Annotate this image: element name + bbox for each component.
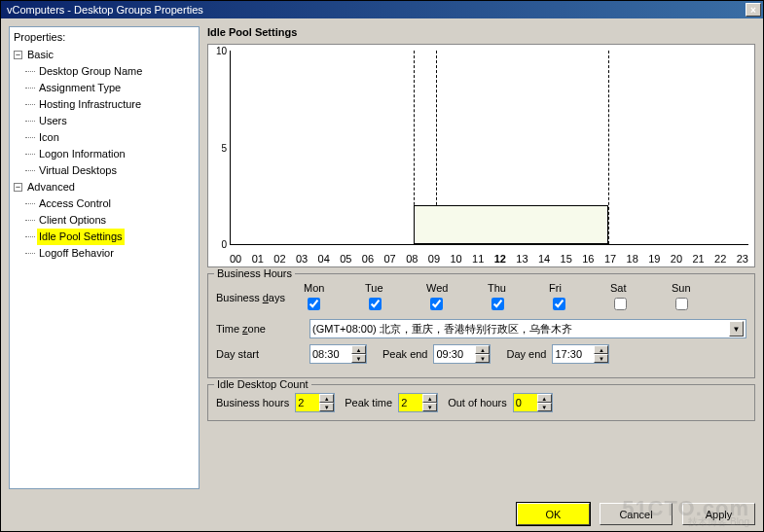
day-checkbox[interactable] [614, 298, 627, 310]
chart-x-tick: 14 [538, 253, 550, 265]
timezone-label: Time zone [216, 323, 304, 335]
day-end-label: Day end [506, 348, 546, 360]
chart-x-tick: 05 [340, 253, 351, 265]
idle-business-hours-spinner[interactable]: ▲▼ [295, 393, 335, 412]
peak-end-spinner[interactable]: ▲▼ [433, 344, 491, 364]
day-start-input[interactable] [310, 345, 351, 363]
chart-bar [414, 205, 608, 244]
idle-pool-chart: 0510 00010203040506070809101112131415161… [207, 44, 755, 267]
tree-item[interactable]: Logon Information [14, 146, 195, 162]
day-column: Mon [304, 282, 365, 313]
stepper-down-icon[interactable]: ▼ [537, 403, 552, 411]
cancel-button[interactable]: Cancel [600, 503, 673, 525]
idle-business-hours-input[interactable] [296, 394, 319, 411]
tree-toggle-icon[interactable]: − [14, 183, 22, 192]
day-checkbox[interactable] [675, 298, 688, 310]
day-checkbox[interactable] [430, 298, 443, 310]
stepper-up-icon[interactable]: ▲ [422, 394, 437, 403]
tree-item[interactable]: Hosting Infrastructure [14, 96, 195, 113]
idle-out-of-hours-label: Out of hours [448, 397, 507, 408]
tree-item-label: Idle Pool Settings [37, 229, 125, 245]
day-end-input[interactable] [553, 345, 594, 363]
day-checkbox[interactable] [369, 298, 382, 310]
day-column: Thu [488, 282, 549, 313]
tree-item[interactable]: Virtual Desktops [14, 162, 195, 179]
tree-item-label: Virtual Desktops [37, 162, 119, 179]
tree-item[interactable]: Logoff Behavior [14, 245, 195, 262]
tree-node-basic[interactable]: − Basic [14, 47, 195, 63]
day-checkbox[interactable] [553, 298, 565, 310]
tree-item[interactable]: Idle Pool Settings [14, 229, 195, 245]
chart-x-tick: 16 [582, 253, 594, 265]
idle-count-legend: Idle Desktop Count [214, 378, 311, 390]
stepper-down-icon[interactable]: ▼ [351, 354, 366, 363]
tree-item-label: Icon [37, 129, 61, 146]
tree-label-basic: Basic [25, 47, 55, 63]
stepper-up-icon[interactable]: ▲ [319, 394, 334, 403]
idle-out-of-hours-spinner[interactable]: ▲▼ [513, 393, 553, 412]
tree-item-label: Assignment Type [37, 80, 123, 96]
day-label: Wed [426, 282, 488, 294]
tree-item[interactable]: Desktop Group Name [14, 63, 195, 80]
tree-item[interactable]: Access Control [14, 195, 195, 212]
chart-x-tick: 07 [383, 253, 395, 265]
close-button[interactable]: × [746, 3, 761, 17]
peak-end-input[interactable] [434, 345, 475, 363]
stepper-up-icon[interactable]: ▲ [475, 345, 490, 354]
business-hours-legend: Business Hours [214, 267, 295, 279]
day-checkbox[interactable] [308, 298, 320, 310]
apply-button[interactable]: Apply [682, 503, 755, 525]
day-label: Sat [610, 282, 672, 294]
chart-x-tick: 06 [362, 253, 374, 265]
chart-x-tick: 19 [648, 253, 660, 265]
window-title: vComputers - Desktop Groups Properties [3, 4, 203, 16]
idle-out-of-hours-input[interactable] [514, 394, 537, 411]
stepper-up-icon[interactable]: ▲ [537, 394, 552, 403]
chart-x-tick: 10 [450, 253, 461, 265]
properties-tree: − Basic Desktop Group NameAssignment Typ… [14, 47, 195, 484]
tree-item[interactable]: Assignment Type [14, 80, 195, 96]
ok-button[interactable]: OK [517, 503, 590, 525]
tree-item-label: Hosting Infrastructure [37, 96, 143, 113]
chart-x-tick: 08 [406, 253, 418, 265]
section-title: Idle Pool Settings [207, 26, 755, 38]
chart-x-tick: 13 [516, 253, 528, 265]
stepper-up-icon[interactable]: ▲ [594, 345, 608, 354]
idle-peak-time-spinner[interactable]: ▲▼ [398, 393, 438, 412]
day-checkbox[interactable] [491, 298, 504, 310]
stepper-up-icon[interactable]: ▲ [351, 345, 366, 354]
day-start-label: Day start [216, 348, 304, 360]
day-label: Thu [488, 282, 549, 294]
day-end-spinner[interactable]: ▲▼ [552, 344, 609, 364]
chart-plot: 0510 [230, 51, 748, 245]
stepper-down-icon[interactable]: ▼ [319, 403, 334, 411]
stepper-down-icon[interactable]: ▼ [594, 354, 608, 363]
day-column: Tue [365, 282, 426, 313]
properties-tree-pane: Properties: − Basic Desktop Group NameAs… [9, 26, 200, 489]
tree-node-advanced[interactable]: − Advanced [14, 179, 195, 195]
tree-item[interactable]: Icon [14, 129, 195, 146]
dialog-window: vComputers - Desktop Groups Properties ×… [0, 0, 764, 532]
timezone-value: (GMT+08:00) 北京，重庆，香港特别行政区，乌鲁木齐 [312, 322, 572, 337]
dialog-body: Properties: − Basic Desktop Group NameAs… [1, 18, 763, 497]
chart-x-tick: 03 [296, 253, 308, 265]
chart-x-tick: 12 [494, 253, 506, 265]
tree-label-advanced: Advanced [25, 179, 77, 195]
chart-x-tick: 20 [671, 253, 682, 265]
tree-toggle-icon[interactable]: − [14, 51, 22, 59]
tree-item[interactable]: Client Options [14, 212, 195, 229]
idle-peak-time-input[interactable] [399, 394, 422, 411]
day-label: Tue [365, 282, 426, 294]
stepper-down-icon[interactable]: ▼ [475, 354, 490, 363]
chart-x-tick: 00 [230, 253, 241, 265]
day-start-spinner[interactable]: ▲▼ [309, 344, 367, 364]
chevron-down-icon[interactable]: ▼ [729, 321, 744, 337]
chart-x-tick: 23 [737, 253, 748, 265]
properties-label: Properties: [14, 31, 195, 43]
tree-item[interactable]: Users [14, 113, 195, 129]
day-label: Sun [672, 282, 733, 294]
chart-x-tick: 21 [692, 253, 704, 265]
stepper-down-icon[interactable]: ▼ [422, 403, 437, 411]
timezone-select[interactable]: (GMT+08:00) 北京，重庆，香港特别行政区，乌鲁木齐 ▼ [309, 319, 746, 338]
chart-x-tick: 02 [273, 253, 285, 265]
